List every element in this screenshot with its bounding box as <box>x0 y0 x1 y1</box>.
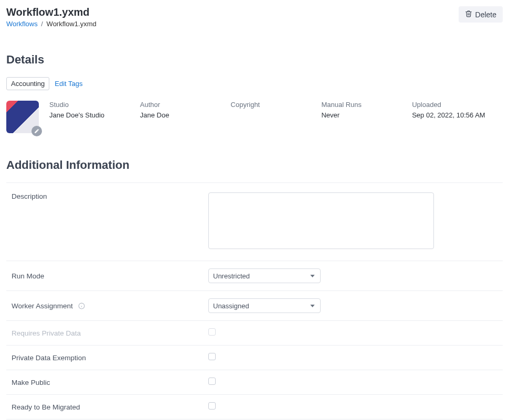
run-mode-label: Run Mode <box>6 261 203 291</box>
author-label: Author <box>140 101 231 109</box>
info-icon <box>78 303 85 309</box>
details-heading: Details <box>6 53 503 67</box>
manual-runs-value: Never <box>321 111 412 119</box>
copyright-label: Copyright <box>231 101 322 109</box>
breadcrumb: Workflows / Workflow1.yxmd <box>6 20 97 28</box>
uploaded-value: Sep 02, 2022, 10:56 AM <box>412 111 503 119</box>
breadcrumb-separator: / <box>41 20 43 28</box>
edit-icon-button[interactable] <box>31 126 42 136</box>
requires-private-data-checkbox <box>208 328 216 336</box>
private-data-exemption-label: Private Data Exemption <box>6 346 203 370</box>
breadcrumb-root[interactable]: Workflows <box>6 20 38 28</box>
delete-button-label: Delete <box>475 10 496 19</box>
description-input[interactable] <box>208 192 434 249</box>
author-value: Jane Doe <box>140 111 231 119</box>
breadcrumb-current: Workflow1.yxmd <box>47 20 97 28</box>
make-public-checkbox[interactable] <box>208 378 216 385</box>
ready-to-migrate-checkbox[interactable] <box>208 402 216 410</box>
run-mode-select[interactable]: Unrestricted <box>208 268 321 283</box>
studio-label: Studio <box>49 101 140 109</box>
description-label: Description <box>6 183 203 261</box>
manual-runs-label: Manual Runs <box>321 101 412 109</box>
tag-chip: Accounting <box>6 77 49 90</box>
ready-to-migrate-label: Ready to Be Migrated <box>6 395 203 419</box>
private-data-exemption-checkbox[interactable] <box>208 353 216 360</box>
workflow-icon <box>6 101 39 133</box>
requires-private-data-label: Requires Private Data <box>6 321 203 346</box>
worker-assignment-select[interactable]: Unassigned <box>208 298 321 313</box>
trash-icon <box>465 10 472 19</box>
pencil-icon <box>34 126 39 136</box>
additional-info-heading: Additional Information <box>6 158 503 172</box>
worker-assignment-label: Worker Assignment <box>12 302 73 310</box>
delete-button[interactable]: Delete <box>459 6 503 23</box>
edit-tags-link[interactable]: Edit Tags <box>55 80 82 88</box>
uploaded-label: Uploaded <box>412 101 503 109</box>
make-public-label: Make Public <box>6 370 203 395</box>
page-title: Workflow1.yxmd <box>6 6 97 18</box>
studio-value: Jane Doe's Studio <box>49 111 140 119</box>
